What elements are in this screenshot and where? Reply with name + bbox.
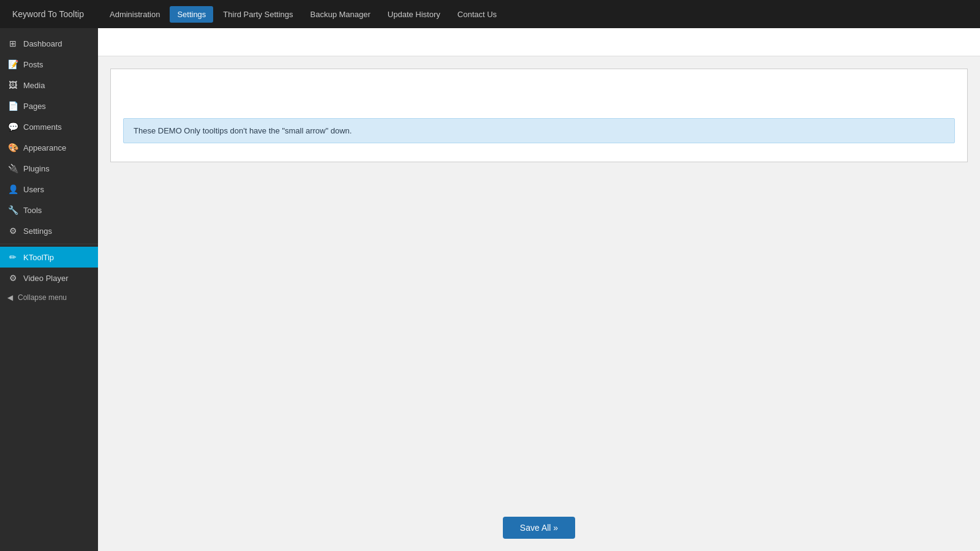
sidebar-item-media[interactable]: 🖼Media bbox=[0, 75, 98, 96]
appearance-icon: 🎨 bbox=[7, 142, 18, 153]
tools-icon: 🔧 bbox=[7, 204, 18, 216]
sidebar: ⊞Dashboard📝Posts🖼Media📄Pages💬Comments🎨Ap… bbox=[0, 28, 98, 551]
ktooltip-icon: ✏ bbox=[7, 252, 18, 263]
media-icon: 🖼 bbox=[7, 80, 18, 91]
sidebar-item-posts[interactable]: 📝Posts bbox=[0, 54, 98, 75]
sidebar-item-settings[interactable]: ⚙Settings bbox=[0, 220, 98, 241]
sidebar-item-plugins[interactable]: 🔌Plugins bbox=[0, 158, 98, 179]
plugin-title: Keyword To Tooltip bbox=[12, 9, 84, 19]
sidebar-item-dashboard[interactable]: ⊞Dashboard bbox=[0, 33, 98, 54]
sidebar-item-video-player[interactable]: ⚙Video Player bbox=[0, 268, 98, 288]
sidebar-item-pages[interactable]: 📄Pages bbox=[0, 96, 98, 116]
posts-icon: 📝 bbox=[7, 59, 18, 70]
video-player-icon: ⚙ bbox=[7, 272, 18, 283]
collapse-menu[interactable]: ◀Collapse menu bbox=[0, 288, 98, 307]
top-nav-item-backup-manager[interactable]: Backup Manager bbox=[303, 6, 378, 23]
plugins-icon: 🔌 bbox=[7, 163, 18, 174]
top-nav-item-administration[interactable]: Administration bbox=[102, 6, 167, 23]
top-nav-item-settings[interactable]: Settings bbox=[170, 6, 213, 23]
panel: These DEMO Only tooltips don't have the … bbox=[110, 69, 968, 162]
top-nav: AdministrationSettingsThird Party Settin… bbox=[102, 6, 504, 23]
comments-icon: 💬 bbox=[7, 121, 18, 132]
top-nav-item-third-party-settings[interactable]: Third Party Settings bbox=[216, 6, 300, 23]
top-bar: Keyword To Tooltip AdministrationSetting… bbox=[0, 0, 980, 28]
content-area: These DEMO Only tooltips don't have the … bbox=[98, 56, 980, 504]
users-icon: 👤 bbox=[7, 184, 18, 195]
save-button[interactable]: Save All » bbox=[503, 517, 575, 539]
sidebar-item-comments[interactable]: 💬Comments bbox=[0, 116, 98, 137]
sidebar-item-tools[interactable]: 🔧Tools bbox=[0, 200, 98, 220]
top-nav-item-update-history[interactable]: Update History bbox=[380, 6, 448, 23]
info-box: These DEMO Only tooltips don't have the … bbox=[123, 118, 955, 143]
save-area: Save All » bbox=[98, 504, 980, 551]
pages-icon: 📄 bbox=[7, 100, 18, 111]
sidebar-item-appearance[interactable]: 🎨Appearance bbox=[0, 137, 98, 158]
settings-icon: ⚙ bbox=[7, 225, 18, 236]
plugin-header bbox=[98, 28, 980, 56]
main-content: These DEMO Only tooltips don't have the … bbox=[98, 28, 980, 551]
top-nav-item-contact-us[interactable]: Contact Us bbox=[450, 6, 504, 23]
dashboard-icon: ⊞ bbox=[7, 38, 18, 49]
sidebar-item-ktooltip[interactable]: ✏KToolTip bbox=[0, 247, 98, 268]
sidebar-divider bbox=[0, 244, 98, 244]
sidebar-item-users[interactable]: 👤Users bbox=[0, 179, 98, 200]
main-layout: ⊞Dashboard📝Posts🖼Media📄Pages💬Comments🎨Ap… bbox=[0, 28, 980, 551]
